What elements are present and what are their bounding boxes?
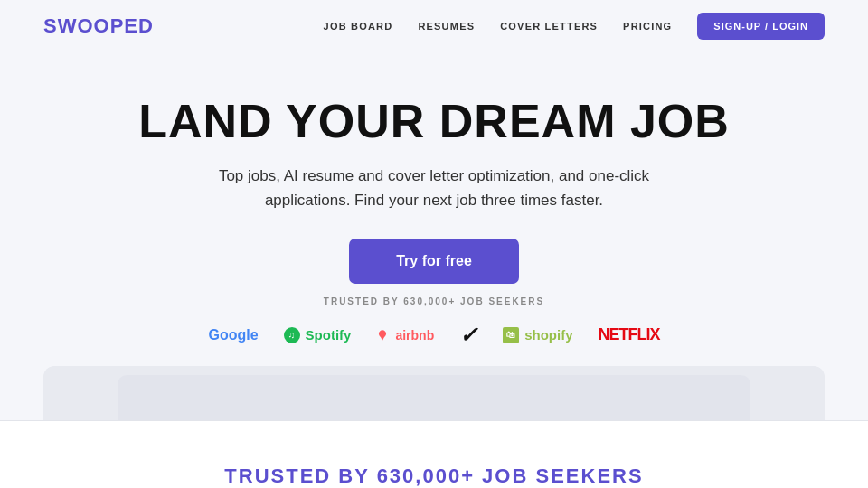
nav-links: JOB BOARD RESUMES COVER LETTERS PRICING … [324, 13, 825, 40]
testimonials-section: TRUSTED BY 630,000+ JOB SEEKERS " An ama… [0, 421, 868, 488]
signup-button[interactable]: SIGN-UP / LOGIN [697, 13, 825, 40]
try-free-button[interactable]: Try for free [349, 239, 519, 284]
nav-job-board[interactable]: JOB BOARD [324, 21, 393, 32]
shopify-icon: 🛍 [503, 327, 519, 343]
nav-resumes[interactable]: RESUMES [418, 21, 475, 32]
brand-nike: ✓ [459, 323, 477, 348]
testimonials-heading: TRUSTED BY 630,000+ JOB SEEKERS [43, 465, 825, 488]
logo: SWOOPED [43, 14, 154, 38]
hero-image-bar-inner [118, 375, 750, 420]
nav-pricing[interactable]: PRICING [623, 21, 672, 32]
brand-airbnb: airbnb [376, 328, 434, 343]
brand-shopify: 🛍 shopify [503, 327, 572, 343]
hero-section: LAND YOUR DREAM JOB Top jobs, AI resume … [0, 52, 868, 420]
brand-logos: Google ♫ Spotify airbnb ✓ 🛍 shopify NETF… [43, 323, 825, 357]
trusted-label: TRUSTED BY 630,000+ JOB SEEKERS [43, 296, 825, 306]
hero-image-bar [43, 366, 825, 420]
brand-spotify: ♫ Spotify [284, 327, 352, 343]
spotify-icon: ♫ [284, 327, 300, 343]
nav-cover-letters[interactable]: COVER LETTERS [500, 21, 598, 32]
brand-google: Google [208, 327, 258, 343]
navbar: SWOOPED JOB BOARD RESUMES COVER LETTERS … [0, 0, 868, 52]
hero-headline: LAND YOUR DREAM JOB [43, 96, 825, 147]
brand-netflix: NETFLIX [599, 325, 660, 344]
hero-subheadline: Top jobs, AI resume and cover letter opt… [199, 164, 669, 212]
